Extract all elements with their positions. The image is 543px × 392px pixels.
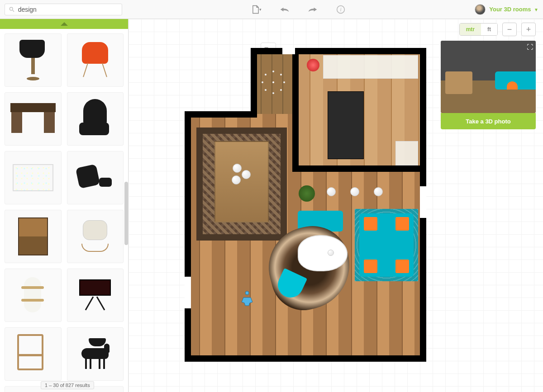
catalog-item-candleholder-tall-white[interactable] [5,269,62,322]
table-decor-3[interactable] [232,175,241,184]
catalog-item-horse-lamp-black[interactable] [67,327,124,381]
window-opening [420,186,426,218]
catalog-item-armchair-black-ornate[interactable] [67,92,124,146]
kitchen-island[interactable] [328,91,364,159]
catalog-item-wooden-highchair[interactable] [5,327,62,381]
pillow-4 [395,260,409,273]
plant[interactable] [299,185,315,202]
catalog-item-cabinet-amber-wood[interactable] [5,210,62,263]
chandelier[interactable] [260,69,287,96]
catalog-item-lounge-chair-ottoman-black[interactable] [67,151,124,204]
take-3d-photo-button[interactable]: Take a 3D photo [441,113,536,129]
catalog-item-lamp-black-tripod[interactable] [5,33,62,87]
floor-light-1[interactable] [327,187,336,196]
wall [185,355,425,362]
wall [185,111,191,361]
door-opening [282,48,295,54]
info-button[interactable]: i [336,5,346,14]
catalog-sidebar: 1 – 30 of 827 results [0,19,129,392]
catalog-item-eames-chair-orange[interactable] [67,33,124,87]
wall [251,48,257,117]
unit-imperial-button[interactable]: ft [481,24,497,35]
wall [292,48,299,169]
table-decor-1[interactable] [233,164,242,173]
pillow-1 [364,217,377,231]
sofa-teal-large[interactable] [359,213,414,277]
catalog-item-dresser-white-painted[interactable] [5,151,62,204]
search-input[interactable] [18,6,118,13]
search-box[interactable] [5,4,122,15]
preview-lamp [507,81,518,90]
preview-3d[interactable]: ⛶ [441,41,536,113]
table-decor-2[interactable] [242,170,251,179]
wall [185,111,257,118]
pillow-2 [395,217,409,231]
undo-button[interactable] [280,5,290,14]
wall [292,165,426,172]
kitchen-cabinet[interactable] [395,141,418,165]
catalog-item-folding-table-red[interactable] [67,269,124,322]
person-figure[interactable] [239,290,255,307]
search-icon [9,6,15,13]
floorplan[interactable] [187,51,423,358]
kitchen-counter-top[interactable] [323,55,418,79]
dining-table[interactable] [214,141,269,222]
rooms-dropdown[interactable]: Your 3D rooms ▼ [489,6,538,13]
pillow-3 [364,260,377,273]
topbar: ▾ i Your 3D rooms ▼ [0,0,543,19]
rooms-dropdown-label: Your 3D rooms [489,6,531,13]
scrollbar-thumb[interactable] [124,182,128,245]
new-document-button[interactable]: ▾ [252,5,262,14]
catalog-item-writing-desk-dark[interactable] [5,92,62,146]
zoom-out-button[interactable]: − [502,23,517,36]
window-opening-2 [185,277,191,308]
sidebar-collapse-button[interactable] [0,19,128,29]
unit-toggle: mtr ft [459,23,498,36]
wall [251,48,425,54]
table-item[interactable] [328,250,334,256]
floor-light-2[interactable] [350,187,359,196]
chevron-down-icon: ▼ [534,7,538,12]
coffee-table-white[interactable] [298,235,348,271]
topbar-center-tools: ▾ i [122,5,475,14]
svg-text:i: i [340,7,341,13]
unit-zoom-bar: mtr ft − + [441,23,536,36]
main-area: 1 – 30 of 827 results ◂||▸ New [0,19,543,392]
triangle-up-icon [61,22,68,26]
catalog-item-rocking-chair-cream[interactable] [67,210,124,263]
floorplan-canvas[interactable]: ◂||▸ New [129,19,543,392]
stove-burner[interactable] [307,59,319,71]
zoom-in-button[interactable]: + [521,23,536,36]
floor-light-3[interactable] [374,187,383,196]
catalog-grid [5,33,124,392]
user-avatar[interactable] [475,4,486,15]
results-count: 1 – 30 of 827 results [41,381,94,389]
right-panel: mtr ft − + ⛶ Take a 3D photo [441,23,536,129]
unit-metric-button[interactable]: mtr [460,24,481,35]
catalog-scroll[interactable] [0,29,128,392]
user-menu-area: Your 3D rooms ▼ [475,4,538,15]
redo-button[interactable] [308,5,318,14]
fullscreen-icon[interactable]: ⛶ [527,43,533,51]
